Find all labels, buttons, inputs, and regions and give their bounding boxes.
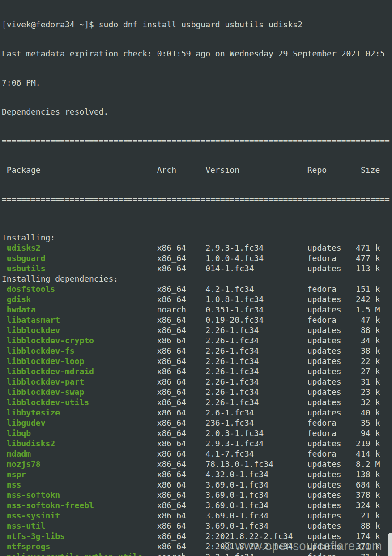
- package-name: libblockdev-part: [2, 377, 157, 386]
- package-name: gdisk: [2, 295, 157, 304]
- package-name: libgudev: [2, 418, 157, 428]
- package-name: libudisks2: [2, 439, 157, 448]
- table-row: usbguard x86_64 1.0.0-4.fc34 fedora 477 …: [2, 253, 392, 263]
- table-row: nspr x86_64 4.32.0-1.fc34 updates 138 k: [2, 469, 392, 479]
- package-details: x86_64 2.26-1.fc34 updates 88 k: [157, 325, 380, 335]
- prompt-space: [94, 20, 99, 29]
- table-row: nss-util x86_64 3.69.0-1.fc34 updates 88…: [2, 521, 392, 531]
- package-details: x86_64 236-1.fc34 fedora 35 k: [157, 418, 380, 428]
- package-details: x86_64 3.69.0-1.fc34 updates 21 k: [157, 511, 380, 520]
- table-row: libblockdev-utils x86_64 2.26-1.fc34 upd…: [2, 397, 392, 407]
- package-details: x86_64 1.0.0-4.fc34 fedora 477 k: [157, 253, 380, 263]
- package-name: libblockdev-fs: [2, 346, 157, 355]
- table-row: mdadm x86_64 4.1-7.fc34 fedora 414 k: [2, 449, 392, 459]
- package-name: libqb: [2, 428, 157, 438]
- package-details: x86_64 1.0.8-1.fc34 updates 242 k: [157, 295, 380, 304]
- table-row: libblockdev-swap x86_64 2.26-1.fc34 upda…: [2, 387, 392, 397]
- table-row: libblockdev-fs x86_64 2.26-1.fc34 update…: [2, 346, 392, 356]
- package-name: libblockdev: [2, 325, 157, 335]
- package-details: x86_64 4.2-1.fc34 fedora 151 k: [157, 284, 380, 294]
- terminal-window[interactable]: [vivek@fedora34 ~]$ sudo dnf install usb…: [0, 0, 392, 556]
- table-row: dosfstools x86_64 4.2-1.fc34 fedora 151 …: [2, 284, 392, 294]
- package-details: x86_64 2.26-1.fc34 updates 38 k: [157, 346, 380, 355]
- table-row: libbytesize x86_64 2.6-1.fc34 updates 40…: [2, 407, 392, 418]
- package-name: libbytesize: [2, 408, 157, 417]
- table-row: libgudev x86_64 236-1.fc34 fedora 35 k: [2, 418, 392, 428]
- table-row: libblockdev x86_64 2.26-1.fc34 updates 8…: [2, 325, 392, 335]
- package-name: usbutils: [2, 264, 157, 273]
- table-row: libatasmart x86_64 0.19-20.fc34 fedora 4…: [2, 315, 392, 325]
- package-name: policycoreutils-python-utils: [2, 552, 157, 556]
- separator-line: ========================================…: [2, 194, 392, 204]
- table-row: libblockdev-mdraid x86_64 2.26-1.fc34 up…: [2, 366, 392, 376]
- package-details: x86_64 3.69.0-1.fc34 updates 684 k: [157, 480, 380, 489]
- package-name: nss: [2, 480, 157, 489]
- table-header: Package Arch Version Repo Size: [2, 165, 392, 175]
- package-details: x86_64 4.32.0-1.fc34 updates 138 k: [157, 470, 380, 479]
- table-row: libqb x86_64 2.0.3-1.fc34 fedora 94 k: [2, 428, 392, 438]
- watermark-badge-fragment: [388, 533, 392, 556]
- command-text: sudo dnf install usbguard usbutils udisk…: [99, 20, 303, 29]
- table-row: libblockdev-part x86_64 2.26-1.fc34 upda…: [2, 376, 392, 387]
- package-details: x86_64 2.26-1.fc34 updates 22 k: [157, 356, 380, 366]
- package-details: x86_64 2.0.3-1.fc34 fedora 94 k: [157, 428, 380, 438]
- table-row: nss-sysinit x86_64 3.69.0-1.fc34 updates…: [2, 510, 392, 521]
- package-details: x86_64 3.69.0-1.fc34 updates 378 k: [157, 490, 380, 500]
- package-name: ntfsprogs: [2, 542, 157, 551]
- table-row: libblockdev-loop x86_64 2.26-1.fc34 upda…: [2, 356, 392, 366]
- shell-prompt: [vivek@fedora34 ~]$: [2, 20, 94, 29]
- table-row: usbutils x86_64 014-1.fc34 updates 113 k: [2, 263, 392, 274]
- package-details: x86_64 4.1-7.fc34 fedora 414 k: [157, 449, 380, 458]
- package-name: ntfs-3g-libs: [2, 531, 157, 541]
- table-row: hwdata noarch 0.351-1.fc34 updates 1.5 M: [2, 304, 392, 315]
- package-name: libblockdev-loop: [2, 356, 157, 366]
- package-details: x86_64 014-1.fc34 updates 113 k: [157, 264, 380, 273]
- package-name: nss-softokn: [2, 490, 157, 500]
- separator-line: ========================================…: [2, 136, 392, 146]
- package-name: usbguard: [2, 253, 157, 263]
- package-details: x86_64 2.26-1.fc34 updates 23 k: [157, 387, 380, 397]
- package-table-body: Installing: udisks2 x86_64 2.9.3-1.fc34 …: [2, 232, 392, 556]
- metadata-line-1: Last metadata expiration check: 0:01:59 …: [2, 48, 392, 59]
- package-details: x86_64 78.13.0-1.fc34 updates 8.2 M: [157, 459, 380, 469]
- package-name: dosfstools: [2, 284, 157, 294]
- package-name: hwdata: [2, 305, 157, 314]
- package-details: x86_64 2.6-1.fc34 updates 40 k: [157, 408, 380, 417]
- package-name: nss-sysinit: [2, 511, 157, 520]
- package-name: udisks2: [2, 243, 157, 252]
- package-details: x86_64 2.9.3-1.fc34 updates 471 k: [157, 243, 380, 252]
- dependencies-resolved-line: Dependencies resolved.: [2, 107, 392, 117]
- package-name: mdadm: [2, 449, 157, 458]
- package-details: x86_64 2.9.3-1.fc34 updates 219 k: [157, 439, 380, 448]
- metadata-line-2: 7:06 PM.: [2, 77, 392, 88]
- table-row: libudisks2 x86_64 2.9.3-1.fc34 updates 2…: [2, 438, 392, 449]
- package-details: x86_64 3.69.0-1.fc34 updates 88 k: [157, 521, 380, 530]
- package-details: noarch 0.351-1.fc34 updates 1.5 M: [157, 305, 380, 314]
- package-name: libblockdev-swap: [2, 387, 157, 397]
- section-label: Installing:: [2, 232, 392, 243]
- package-details: x86_64 3.69.0-1.fc34 updates 324 k: [157, 500, 380, 510]
- table-row: mozjs78 x86_64 78.13.0-1.fc34 updates 8.…: [2, 459, 392, 469]
- package-details: x86_64 0.19-20.fc34 fedora 47 k: [157, 315, 380, 325]
- command-line: [vivek@fedora34 ~]$ sudo dnf install usb…: [2, 19, 392, 30]
- package-name: libatasmart: [2, 315, 157, 325]
- package-name: mozjs78: [2, 459, 157, 469]
- package-name: libblockdev-crypto: [2, 336, 157, 345]
- package-details: x86_64 2.26-1.fc34 updates 31 k: [157, 377, 380, 386]
- package-details: x86_64 2.26-1.fc34 updates 32 k: [157, 398, 380, 407]
- package-details: x86_64 2.26-1.fc34 updates 34 k: [157, 336, 380, 345]
- package-details: x86_64 2.26-1.fc34 updates 27 k: [157, 367, 380, 376]
- table-row: libblockdev-crypto x86_64 2.26-1.fc34 up…: [2, 335, 392, 346]
- package-name: libblockdev-mdraid: [2, 367, 157, 376]
- watermark-text: © www.opensourceflare.com: [222, 539, 382, 553]
- table-row: gdisk x86_64 1.0.8-1.fc34 updates 242 k: [2, 294, 392, 304]
- table-row: nss-softokn x86_64 3.69.0-1.fc34 updates…: [2, 490, 392, 500]
- package-name: nss-util: [2, 521, 157, 530]
- section-label: Installing dependencies:: [2, 274, 392, 284]
- table-row: udisks2 x86_64 2.9.3-1.fc34 updates 471 …: [2, 243, 392, 253]
- package-name: nss-softokn-freebl: [2, 500, 157, 510]
- table-row: nss x86_64 3.69.0-1.fc34 updates 684 k: [2, 479, 392, 490]
- table-row: nss-softokn-freebl x86_64 3.69.0-1.fc34 …: [2, 500, 392, 510]
- package-name: nspr: [2, 470, 157, 479]
- package-name: libblockdev-utils: [2, 398, 157, 407]
